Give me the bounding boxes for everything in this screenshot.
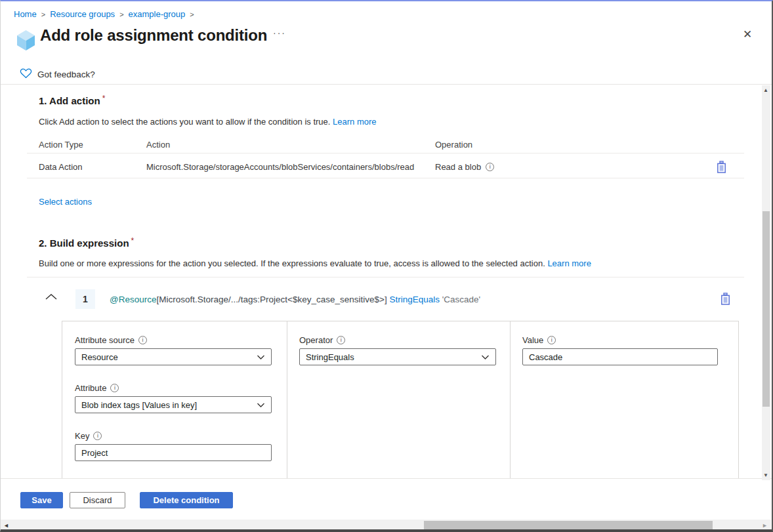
section-build-expression-heading: 2. Build expression*	[39, 237, 134, 249]
breadcrumb: Home > Resource groups > example-group >	[14, 9, 194, 19]
got-feedback-label: Got feedback?	[37, 70, 95, 79]
action-type-cell: Data Action	[39, 162, 83, 172]
expression-value: 'Cascade'	[442, 295, 480, 304]
section-add-action-description: Click Add action to select the actions y…	[39, 117, 377, 127]
add-role-assignment-condition-page: Home > Resource groups > example-group >…	[0, 0, 773, 532]
breadcrumb-home[interactable]: Home	[14, 9, 37, 19]
attribute-info-icon[interactable]: i	[110, 384, 119, 392]
breadcrumb-resource-groups[interactable]: Resource groups	[50, 9, 115, 19]
section-add-action-heading: 1. Add action*	[39, 95, 105, 106]
scroll-up-arrow-icon[interactable]: ▲	[763, 87, 768, 93]
column-header-operation: Operation	[435, 140, 472, 150]
required-asterisk: *	[102, 94, 106, 103]
delete-condition-button[interactable]: Delete condition	[140, 492, 233, 508]
save-button[interactable]: Save	[20, 492, 63, 508]
attribute-label: Attribute i	[75, 383, 119, 393]
breadcrumb-separator: >	[190, 10, 194, 18]
heart-icon	[20, 68, 32, 81]
column-header-action-type: Action Type	[39, 140, 83, 150]
page-title: Add role assignment condition	[40, 26, 267, 45]
scroll-left-arrow-icon[interactable]: ◄	[3, 522, 9, 529]
horizontal-scrollbar[interactable]: ◄ ►	[1, 520, 771, 531]
operator-label: Operator i	[299, 335, 345, 345]
vertical-scrollbar[interactable]: ▲ ▼	[762, 85, 770, 480]
operator-info-icon[interactable]: i	[337, 336, 345, 344]
close-icon[interactable]: ✕	[743, 29, 752, 40]
operation-cell: Read a blob i	[435, 162, 494, 172]
footer-divider	[1, 478, 773, 479]
expression-index-badge: 1	[75, 289, 95, 309]
scroll-down-arrow-icon[interactable]: ▼	[763, 472, 768, 478]
chevron-down-icon	[257, 352, 265, 362]
panel-column-divider	[287, 321, 287, 479]
breadcrumb-separator: >	[119, 10, 123, 18]
attribute-selected: Blob index tags [Values in key]	[81, 400, 197, 410]
key-input[interactable]	[75, 444, 272, 461]
attribute-source-selected: Resource	[81, 352, 118, 362]
table-row-divider	[27, 178, 744, 178]
more-options-icon[interactable]: ···	[273, 28, 286, 38]
header-divider	[1, 84, 773, 85]
panel-column-divider	[510, 321, 511, 479]
operator-selected: StringEquals	[306, 352, 354, 362]
attribute-dropdown[interactable]: Blob index tags [Values in key]	[75, 396, 272, 413]
expression-path: [Microsoft.Storage/.../tags:Project<$key…	[156, 295, 386, 304]
delete-action-trash-icon[interactable]	[716, 161, 727, 176]
resource-cube-icon	[16, 30, 36, 54]
key-label: Key i	[75, 431, 102, 441]
collapse-expression-chevron-up-icon[interactable]	[44, 292, 58, 304]
select-actions-link[interactable]: Select actions	[39, 197, 92, 207]
value-info-icon[interactable]: i	[547, 336, 556, 344]
action-cell: Microsoft.Storage/storageAccounts/blobSe…	[146, 162, 414, 172]
operation-info-icon[interactable]: i	[486, 163, 494, 171]
discard-button[interactable]: Discard	[70, 492, 125, 508]
build-expression-learn-more-link[interactable]: Learn more	[547, 258, 591, 268]
attribute-source-label: Attribute source i	[75, 335, 147, 345]
column-header-action: Action	[146, 140, 170, 150]
got-feedback-button[interactable]: Got feedback?	[20, 68, 95, 81]
vertical-scrollbar-thumb[interactable]	[763, 211, 770, 407]
section-build-expression-description: Build one or more expressions for the ac…	[39, 258, 591, 268]
expression-source: @Resource	[110, 295, 156, 304]
scroll-right-arrow-icon[interactable]: ►	[762, 522, 768, 529]
delete-expression-trash-icon[interactable]	[720, 293, 731, 308]
value-label: Value i	[522, 335, 556, 345]
attribute-source-info-icon[interactable]: i	[138, 336, 147, 344]
expression-section-divider	[27, 277, 744, 277]
breadcrumb-example-group[interactable]: example-group	[129, 9, 186, 19]
required-asterisk: *	[131, 236, 135, 245]
expression-summary: @Resource[Microsoft.Storage/.../tags:Pro…	[110, 295, 480, 304]
expression-operator-link[interactable]: StringEquals	[389, 295, 440, 304]
operator-dropdown[interactable]: StringEquals	[299, 348, 496, 365]
value-input[interactable]	[522, 348, 718, 365]
chevron-down-icon	[257, 400, 265, 410]
attribute-source-dropdown[interactable]: Resource	[75, 348, 272, 365]
chevron-down-icon	[481, 352, 490, 362]
add-action-learn-more-link[interactable]: Learn more	[333, 117, 376, 127]
horizontal-scrollbar-thumb[interactable]	[424, 521, 713, 529]
table-header-divider	[27, 153, 744, 153]
key-info-icon[interactable]: i	[93, 432, 102, 440]
breadcrumb-separator: >	[41, 10, 45, 18]
